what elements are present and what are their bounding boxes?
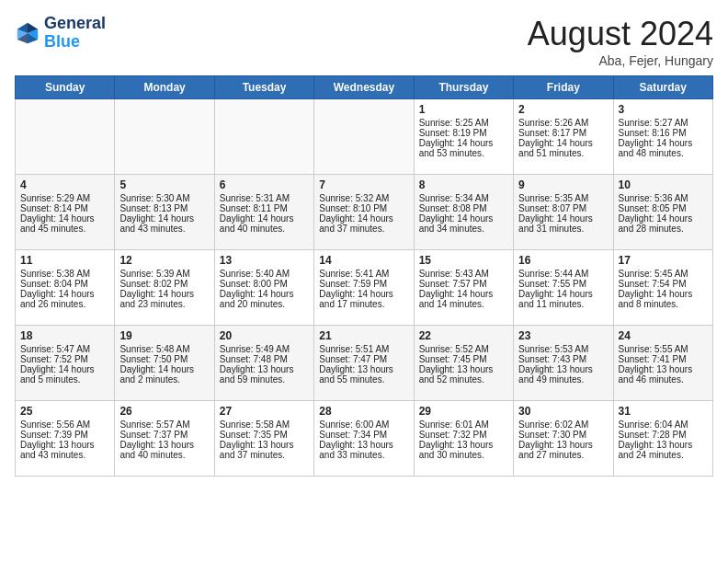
calendar-cell: 3Sunrise: 5:27 AMSunset: 8:16 PMDaylight… (613, 99, 712, 175)
calendar-cell: 24Sunrise: 5:55 AMSunset: 7:41 PMDayligh… (613, 326, 712, 401)
day-info-line: and 11 minutes. (518, 299, 608, 309)
day-info-line: Sunrise: 6:04 AM (619, 419, 708, 430)
day-number: 23 (518, 329, 608, 342)
calendar-cell: 9Sunrise: 5:35 AMSunset: 8:07 PMDaylight… (514, 175, 613, 250)
day-info-line: Sunset: 8:00 PM (220, 279, 309, 289)
day-info-line: Daylight: 14 hours (119, 213, 209, 224)
title-block: August 2024 Aba, Fejer, Hungary (528, 15, 713, 68)
day-info-line: Daylight: 14 hours (518, 138, 608, 148)
day-header-monday: Monday (115, 76, 214, 99)
day-info-line: Sunrise: 5:35 AM (518, 193, 608, 203)
day-info-line: and 17 minutes. (319, 299, 408, 309)
day-info-line: and 46 minutes. (619, 374, 708, 385)
day-number: 2 (518, 103, 608, 116)
day-number: 7 (319, 178, 408, 191)
day-number: 11 (20, 254, 109, 267)
day-info-line: Daylight: 13 hours (619, 440, 708, 450)
day-info-line: Sunset: 8:16 PM (619, 128, 708, 138)
week-row-4: 18Sunrise: 5:47 AMSunset: 7:52 PMDayligh… (16, 326, 713, 401)
day-info-line: Sunrise: 5:29 AM (20, 193, 109, 203)
day-info-line: Sunrise: 5:34 AM (419, 193, 508, 203)
day-info-line: and 28 minutes. (619, 224, 708, 234)
day-number: 5 (119, 178, 209, 191)
day-number: 17 (619, 254, 708, 267)
day-info-line: and 14 minutes. (419, 299, 508, 309)
day-info-line: and 43 minutes. (20, 450, 109, 460)
day-info-line: and 23 minutes. (119, 299, 209, 309)
logo-line2: Blue (44, 33, 106, 52)
day-info-line: Daylight: 13 hours (20, 440, 109, 450)
day-number: 18 (20, 329, 109, 342)
calendar-cell (16, 99, 115, 175)
day-info-line: Sunrise: 5:49 AM (220, 344, 309, 354)
day-info-line: Sunrise: 5:40 AM (220, 269, 309, 279)
day-info-line: and 55 minutes. (319, 374, 408, 385)
month-title: August 2024 (528, 15, 713, 53)
day-info-line: Daylight: 14 hours (419, 289, 508, 299)
day-info-line: Sunset: 7:45 PM (419, 354, 508, 364)
day-info-line: and 30 minutes. (419, 450, 508, 460)
day-header-wednesday: Wednesday (314, 76, 414, 99)
day-info-line: Sunset: 8:02 PM (119, 279, 209, 289)
day-info-line: and 37 minutes. (319, 224, 408, 234)
day-info-line: Daylight: 14 hours (20, 213, 109, 224)
day-info-line: Sunset: 7:48 PM (220, 354, 309, 364)
day-number: 12 (119, 254, 209, 267)
day-info-line: and 5 minutes. (20, 374, 109, 385)
day-info-line: and 40 minutes. (119, 450, 209, 460)
day-info-line: and 20 minutes. (220, 299, 309, 309)
calendar-cell: 31Sunrise: 6:04 AMSunset: 7:28 PMDayligh… (613, 401, 712, 477)
day-info-line: Sunrise: 5:55 AM (619, 344, 708, 354)
day-number: 19 (119, 329, 209, 342)
day-info-line: Daylight: 14 hours (119, 364, 209, 374)
calendar-cell: 11Sunrise: 5:38 AMSunset: 8:04 PMDayligh… (16, 250, 115, 326)
calendar-cell: 12Sunrise: 5:39 AMSunset: 8:02 PMDayligh… (115, 250, 214, 326)
day-info-line: Daylight: 14 hours (220, 289, 309, 299)
day-number: 22 (419, 329, 508, 342)
calendar-header: SundayMondayTuesdayWednesdayThursdayFrid… (16, 76, 713, 99)
day-info-line: and 33 minutes. (319, 450, 408, 460)
calendar-cell: 29Sunrise: 6:01 AMSunset: 7:32 PMDayligh… (414, 401, 513, 477)
day-info-line: Sunrise: 5:25 AM (419, 118, 508, 128)
calendar-cell: 22Sunrise: 5:52 AMSunset: 7:45 PMDayligh… (414, 326, 513, 401)
day-info-line: Sunset: 7:52 PM (20, 354, 109, 364)
calendar-cell: 25Sunrise: 5:56 AMSunset: 7:39 PMDayligh… (16, 401, 115, 477)
calendar-cell (214, 99, 313, 175)
day-info-line: Sunset: 7:54 PM (619, 279, 708, 289)
day-info-line: Daylight: 14 hours (119, 289, 209, 299)
calendar-cell: 26Sunrise: 5:57 AMSunset: 7:37 PMDayligh… (115, 401, 214, 477)
calendar-cell (314, 99, 414, 175)
day-info-line: Sunset: 7:59 PM (319, 279, 408, 289)
day-info-line: Sunset: 8:10 PM (319, 203, 408, 213)
calendar-cell: 8Sunrise: 5:34 AMSunset: 8:08 PMDaylight… (414, 175, 513, 250)
day-info-line: Daylight: 14 hours (20, 289, 109, 299)
week-row-3: 11Sunrise: 5:38 AMSunset: 8:04 PMDayligh… (16, 250, 713, 326)
calendar-cell: 18Sunrise: 5:47 AMSunset: 7:52 PMDayligh… (16, 326, 115, 401)
day-info-line: Sunset: 8:05 PM (619, 203, 708, 213)
day-info-line: Sunrise: 5:31 AM (220, 193, 309, 203)
calendar-cell: 16Sunrise: 5:44 AMSunset: 7:55 PMDayligh… (514, 250, 613, 326)
day-info-line: and 34 minutes. (419, 224, 508, 234)
day-number: 3 (619, 103, 708, 116)
day-info-line: Sunrise: 5:36 AM (619, 193, 708, 203)
calendar-cell: 10Sunrise: 5:36 AMSunset: 8:05 PMDayligh… (613, 175, 712, 250)
day-number: 4 (20, 178, 109, 191)
logo-icon (15, 20, 40, 46)
day-info-line: Daylight: 14 hours (518, 289, 608, 299)
day-info-line: and 2 minutes. (119, 374, 209, 385)
day-info-line: Sunrise: 5:44 AM (518, 269, 608, 279)
day-info-line: and 26 minutes. (20, 299, 109, 309)
day-info-line: Sunrise: 6:02 AM (518, 419, 608, 430)
day-info-line: Daylight: 14 hours (419, 138, 508, 148)
calendar-cell: 27Sunrise: 5:58 AMSunset: 7:35 PMDayligh… (214, 401, 313, 477)
day-info-line: Daylight: 13 hours (518, 364, 608, 374)
day-info-line: and 37 minutes. (220, 450, 309, 460)
day-info-line: Sunset: 8:17 PM (518, 128, 608, 138)
day-info-line: and 48 minutes. (619, 148, 708, 158)
day-info-line: Daylight: 14 hours (20, 364, 109, 374)
logo-line1: General (44, 15, 106, 33)
day-info-line: Sunrise: 5:26 AM (518, 118, 608, 128)
day-info-line: Sunrise: 5:27 AM (619, 118, 708, 128)
day-info-line: Daylight: 14 hours (419, 213, 508, 224)
day-info-line: Sunrise: 5:48 AM (119, 344, 209, 354)
